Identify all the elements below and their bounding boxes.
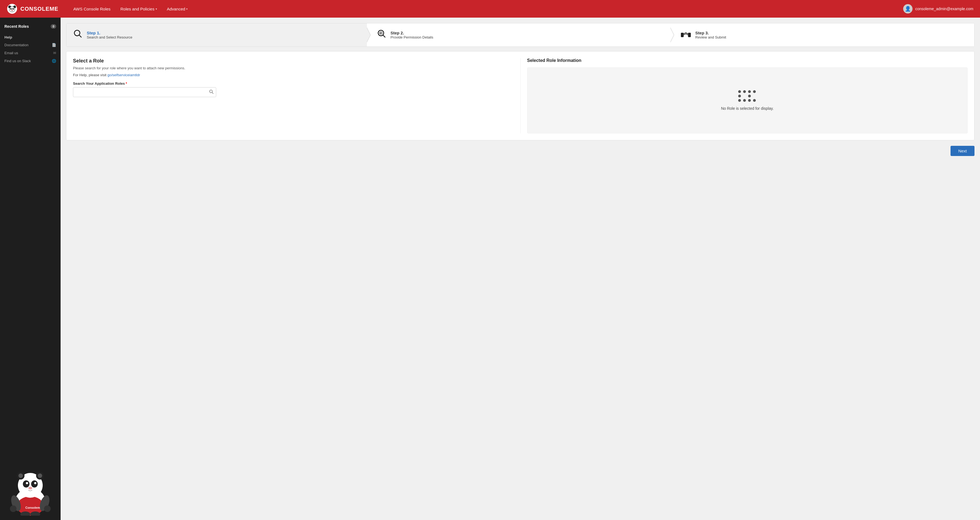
selected-role-section: Selected Role Information <box>527 58 968 133</box>
svg-point-3 <box>10 6 15 12</box>
svg-point-22 <box>29 487 32 490</box>
step-1: Step 1. Search and Select Resource <box>66 24 367 46</box>
required-indicator: * <box>126 81 127 86</box>
dots-grid-icon <box>738 90 756 102</box>
documentation-icon: 📄 <box>52 43 56 47</box>
search-label: Search Your Application Roles * <box>73 81 514 86</box>
nav-roles-and-policies[interactable]: Roles and Policies ▾ <box>116 5 161 13</box>
step-1-desc: Search and Select Resource <box>87 35 132 40</box>
email-icon: ✉ <box>53 51 56 55</box>
email-label: Email us <box>5 51 18 55</box>
step-1-text: Step 1. Search and Select Resource <box>87 30 132 40</box>
step-3-desc: Review and Submit <box>695 35 726 40</box>
dot-12 <box>753 99 756 102</box>
dot-7 <box>748 95 751 97</box>
recent-roles-label: Recent Roles <box>5 24 29 29</box>
role-search-input[interactable] <box>73 87 216 97</box>
select-role-subtitle: Please search for your role where you wa… <box>73 66 514 70</box>
step-3-number: Step 3. <box>695 30 726 35</box>
svg-point-4 <box>10 8 12 10</box>
svg-point-17 <box>23 480 29 488</box>
svg-point-7 <box>13 8 14 9</box>
nav-aws-console-roles[interactable]: AWS Console Roles <box>69 5 114 13</box>
help-prefix: For Help, please visit <box>73 73 106 77</box>
dot-11 <box>748 99 751 102</box>
help-group-label: Help <box>0 31 60 41</box>
svg-text:+: + <box>380 32 381 35</box>
recent-roles-section: Recent Roles 0 <box>0 22 60 31</box>
step-1-icon <box>73 29 83 41</box>
dot-2 <box>743 90 746 93</box>
svg-rect-35 <box>681 33 684 37</box>
svg-rect-36 <box>688 33 691 37</box>
recent-roles-badge: 0 <box>51 24 56 29</box>
no-role-message: No Role is selected for display. <box>721 106 774 111</box>
svg-point-18 <box>31 480 38 488</box>
panda-illustration: Consoleme <box>0 456 60 515</box>
next-button[interactable]: Next <box>951 146 975 156</box>
step-2-arrow-inner <box>670 28 674 42</box>
step-2-number: Step 2. <box>391 30 433 35</box>
help-link[interactable]: go/selfserviceiamtldr <box>107 73 140 77</box>
actions-row: Next <box>66 145 975 158</box>
svg-point-5 <box>13 8 14 10</box>
brand-title: CONSOLEME <box>21 6 58 12</box>
no-role-placeholder: No Role is selected for display. <box>527 67 968 133</box>
app-layout: Recent Roles 0 Help Documentation 📄 Emai… <box>0 17 980 520</box>
svg-point-20 <box>34 482 37 484</box>
sidebar-item-slack[interactable]: Find us on Slack 🌐 <box>0 57 60 65</box>
main-content: Step 1. Search and Select Resource + <box>60 17 980 520</box>
panda-logo-icon <box>6 3 18 14</box>
search-input-wrap <box>73 87 216 97</box>
dot-6-empty <box>743 95 746 97</box>
search-label-text: Search Your Application Roles <box>73 81 125 86</box>
two-col-layout: Select a Role Please search for your rol… <box>73 58 967 133</box>
documentation-label: Documentation <box>5 43 29 47</box>
nav-advanced[interactable]: Advanced ▾ <box>163 5 192 13</box>
steps-bar: Step 1. Search and Select Resource + <box>66 23 975 47</box>
step-2-icon: + <box>377 29 387 41</box>
svg-point-16 <box>38 474 42 478</box>
dot-5 <box>738 95 741 97</box>
sidebar-item-email[interactable]: Email us ✉ <box>0 49 60 57</box>
select-role-section: Select a Role Please search for your rol… <box>73 58 520 133</box>
dot-9 <box>738 99 741 102</box>
select-role-title: Select a Role <box>73 58 514 64</box>
slack-icon: 🌐 <box>52 59 56 63</box>
navbar: CONSOLEME AWS Console Roles Roles and Po… <box>0 0 980 17</box>
select-role-help: For Help, please visit go/selfserviceiam… <box>73 73 514 77</box>
search-icon <box>209 89 213 94</box>
svg-point-21 <box>27 483 28 484</box>
navbar-links: AWS Console Roles Roles and Policies ▾ A… <box>69 5 903 13</box>
brand: CONSOLEME <box>6 3 58 14</box>
step-2: + Step 2. Provide Permission Details <box>367 24 671 46</box>
dot-4 <box>753 90 756 93</box>
panda-mascot-icon: Consoleme <box>8 461 52 515</box>
step-1-arrow-inner <box>367 28 370 42</box>
svg-point-25 <box>10 506 16 512</box>
svg-point-8 <box>11 10 13 11</box>
svg-point-15 <box>19 474 23 478</box>
advanced-dropdown-icon: ▾ <box>186 8 188 11</box>
step-3-icon <box>680 29 691 41</box>
sidebar-item-documentation[interactable]: Documentation 📄 <box>0 41 60 49</box>
roles-policies-dropdown-icon: ▾ <box>156 8 157 11</box>
user-email: consoleme_admin@example.com <box>915 6 974 11</box>
user-menu[interactable]: 👤 consoleme_admin@example.com <box>903 4 974 13</box>
step-2-text: Step 2. Provide Permission Details <box>391 30 433 40</box>
user-avatar-icon: 👤 <box>903 4 913 13</box>
step-1-number: Step 1. <box>87 30 132 35</box>
svg-line-33 <box>383 35 385 37</box>
selected-role-title: Selected Role Information <box>527 58 968 63</box>
dot-8-empty <box>753 95 756 97</box>
search-submit-button[interactable] <box>209 89 213 95</box>
select-role-card: Select a Role Please search for your rol… <box>66 51 975 140</box>
sidebar: Recent Roles 0 Help Documentation 📄 Emai… <box>0 17 60 520</box>
svg-point-6 <box>11 8 11 9</box>
svg-point-26 <box>44 506 51 512</box>
svg-line-38 <box>212 92 213 94</box>
step-3-text: Step 3. Review and Submit <box>695 30 726 40</box>
dot-3 <box>748 90 751 93</box>
slack-label: Find us on Slack <box>5 59 31 63</box>
svg-line-30 <box>79 35 81 37</box>
